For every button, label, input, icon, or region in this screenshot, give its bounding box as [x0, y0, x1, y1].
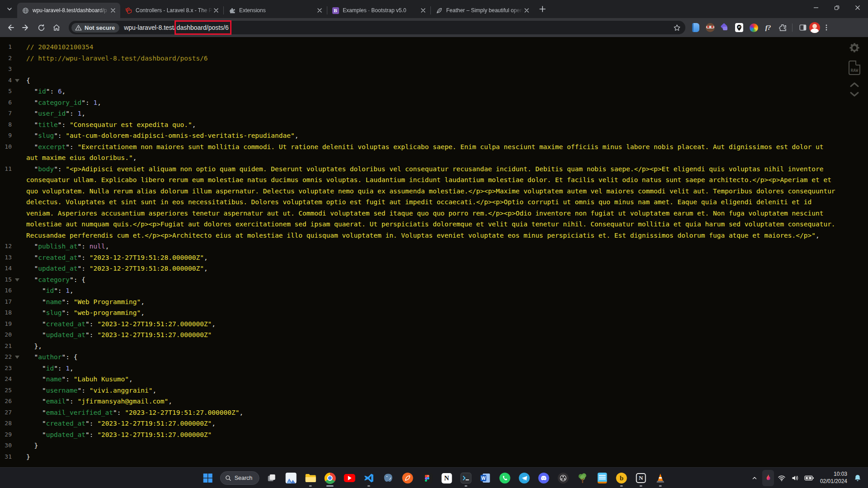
taskbar-figma-button[interactable]	[418, 469, 436, 487]
line-number: 6	[0, 97, 12, 108]
view-raw-button[interactable]: RAW	[849, 61, 860, 75]
running-indicator	[620, 485, 623, 487]
code-text: "name": "Labuh Kusumo",	[26, 374, 868, 385]
reload-icon	[37, 23, 46, 32]
taskbar-postgresql-button[interactable]	[379, 469, 397, 487]
tray-volume-button[interactable]	[789, 470, 801, 486]
tab-close-button[interactable]	[109, 7, 117, 14]
tab-laravel-docs[interactable]: Controllers - Laravel 8.x - The P	[120, 3, 223, 18]
tab-close-button[interactable]	[316, 7, 323, 14]
taskbar-terminal-button[interactable]	[457, 469, 475, 487]
collapse-toggle[interactable]	[12, 75, 26, 82]
close-button[interactable]	[847, 0, 868, 15]
security-chip[interactable]: Not secure	[71, 23, 119, 33]
profile-button[interactable]	[809, 22, 821, 33]
vscode-icon	[363, 473, 374, 483]
new-tab-button[interactable]	[537, 3, 548, 15]
code-line: 2// http://wpu-laravel-8.test/dashboard/…	[0, 53, 868, 64]
menu-button[interactable]	[821, 22, 832, 33]
tab-bootstrap[interactable]: BExamples · Bootstrap v5.0	[327, 3, 430, 18]
ip-pin-ext-button[interactable]: IP	[733, 22, 745, 33]
telegram-icon	[519, 473, 530, 483]
code-line: 21 },	[0, 341, 868, 352]
taskbar-vscode-button[interactable]	[359, 469, 378, 487]
collapse-arrow-icon	[15, 278, 19, 282]
search-icon	[225, 475, 231, 481]
taskbar-taskview-button[interactable]	[262, 469, 281, 487]
taskbar-telegram-button[interactable]	[515, 469, 533, 487]
notebook-ext-button[interactable]	[690, 22, 702, 33]
line-number: 7	[0, 108, 12, 119]
tab-search-button[interactable]	[4, 3, 15, 15]
taskbar-word-button[interactable]: W	[476, 469, 495, 487]
back-button[interactable]	[4, 21, 17, 34]
code-line: 17 "name": "Web Programming",	[0, 296, 868, 308]
code-text: "excerpt": "Exercitationem non maiores s…	[26, 141, 868, 164]
line-number: 1	[0, 42, 12, 53]
tray-chevron-button[interactable]	[749, 470, 760, 486]
taskbar-chrome-button[interactable]	[321, 469, 339, 487]
tab-close-button[interactable]	[523, 7, 530, 14]
taskbar-explorer-button[interactable]	[301, 469, 320, 487]
taskbar-photos-button[interactable]	[282, 469, 300, 487]
taskbar-laragon-button[interactable]	[398, 469, 417, 487]
reload-button[interactable]	[34, 21, 48, 34]
forward-arrow-icon	[21, 23, 30, 32]
url-domain: wpu-laravel-8.test/	[124, 24, 175, 31]
viewer-settings-button[interactable]	[848, 42, 861, 54]
taskbar-notion-alt-button[interactable]: N	[632, 469, 650, 487]
minimize-button[interactable]	[806, 0, 826, 15]
code-line: 13 "created_at": "2023-12-27T19:51:28.00…	[0, 252, 868, 263]
code-line: 12 "publish_at": null,	[0, 241, 868, 252]
taskbar-whatsapp-button[interactable]	[495, 469, 514, 487]
font-finder-ext-button[interactable]: f?	[762, 22, 774, 33]
url-path: dashboard/posts/6	[177, 24, 229, 31]
goggles-ext-button[interactable]	[704, 22, 716, 33]
code-text: "body": "<p>Adipisci eveniet aliquam non…	[26, 164, 868, 241]
line-number: 17	[0, 296, 12, 308]
code-line: 19 "created_at": "2023-12-27T19:51:27.00…	[0, 319, 868, 330]
puzzle-ext-button[interactable]	[777, 22, 788, 33]
taskbar-notion-button[interactable]: N	[437, 469, 456, 487]
line-number: 31	[0, 451, 12, 463]
forward-button[interactable]	[19, 21, 33, 34]
viewer-side-rail: RAW	[848, 42, 861, 98]
code-line: 14 "updated_at": "2023-12-27T19:51:28.00…	[0, 263, 868, 274]
scroll-up-button[interactable]	[849, 81, 859, 88]
collapse-toggle[interactable]	[12, 274, 26, 282]
tab-close-button[interactable]	[212, 7, 220, 14]
json-viewer: 1// 202401021003542// http://wpu-laravel…	[0, 37, 868, 467]
tray-clock[interactable]: 10:03 02/01/2024	[817, 471, 850, 485]
side-panel-button[interactable]	[797, 22, 809, 33]
tab-feather[interactable]: Feather – Simply beautiful open	[431, 3, 534, 18]
taskbar-bruno-button[interactable]: b	[612, 469, 631, 487]
restore-button[interactable]	[826, 0, 847, 15]
color-wheel-ext-button[interactable]	[748, 22, 760, 33]
start-icon	[203, 473, 212, 483]
home-button[interactable]	[50, 21, 63, 34]
tray-battery-button[interactable]	[803, 470, 816, 486]
tab-close-button[interactable]	[420, 7, 427, 14]
tab-extensions[interactable]: Extensions	[224, 3, 327, 18]
scroll-down-button[interactable]	[849, 91, 859, 98]
taskbar-tree-app-button[interactable]	[573, 469, 592, 487]
tray-flame-button[interactable]	[762, 470, 774, 486]
taskbar-youtube-button[interactable]	[340, 469, 359, 487]
bookmark-star-button[interactable]	[671, 22, 683, 33]
taskbar-obs-button[interactable]	[554, 469, 572, 487]
taskbar-vlc-button[interactable]	[651, 469, 670, 487]
tab-wpu-laravel[interactable]: wpu-laravel-8.test/dashboard/p	[17, 3, 120, 18]
chrome-icon	[324, 473, 335, 484]
taskbar-start-button[interactable]	[198, 469, 217, 487]
tray-network-button[interactable]	[776, 470, 788, 486]
taskbar-discord-button[interactable]	[534, 469, 553, 487]
taskbar-search[interactable]: Search	[220, 471, 259, 485]
line-number: 28	[0, 418, 12, 429]
tray-time: 10:03	[820, 471, 847, 478]
collapse-toggle[interactable]	[12, 352, 26, 359]
taskbar-notepad-button[interactable]	[593, 469, 611, 487]
address-bar[interactable]: Not secure wpu-laravel-8.test/dashboard/…	[69, 21, 685, 34]
tray-notifications-button[interactable]	[852, 470, 863, 486]
code-lines: 1// 202401021003542// http://wpu-laravel…	[0, 42, 868, 462]
purple-ext-button[interactable]	[719, 22, 731, 33]
